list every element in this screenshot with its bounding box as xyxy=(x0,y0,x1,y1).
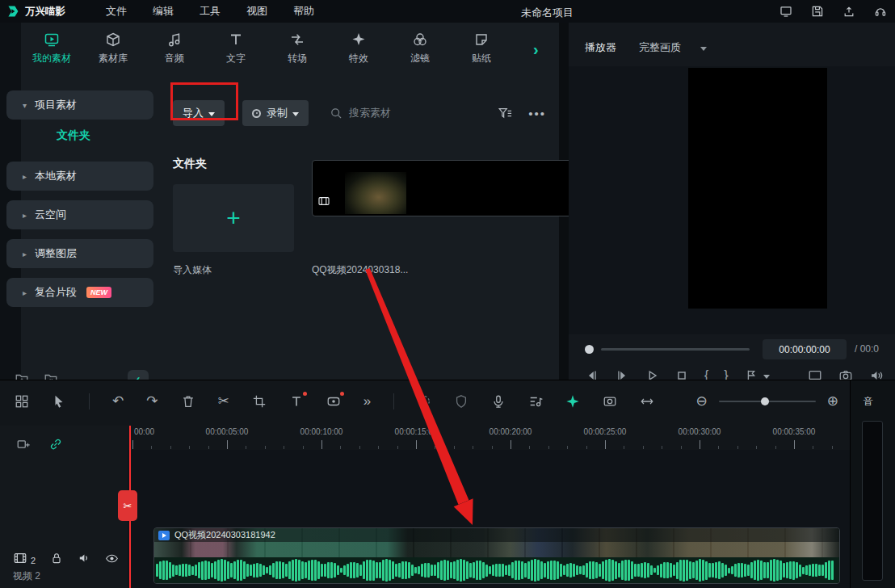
toolbar-divider xyxy=(89,393,90,410)
track-header-actions xyxy=(16,437,63,452)
audio-icon xyxy=(166,32,183,48)
tab-transitions[interactable]: 转场 xyxy=(267,23,328,74)
headset-icon[interactable] xyxy=(874,5,887,18)
menu-file[interactable]: 文件 xyxy=(106,4,127,19)
tab-stock-media[interactable]: 素材库 xyxy=(82,23,144,74)
tab-filters[interactable]: 滤镜 xyxy=(389,23,451,74)
text-tool-icon[interactable] xyxy=(289,394,304,409)
tab-my-media[interactable]: 我的素材 xyxy=(21,23,82,74)
media-toolbar-right: ••• xyxy=(498,106,546,120)
timeline-toolbar: ↶ ↷ ✂ » ⊖ ⊕ xyxy=(0,380,850,422)
media-layout-icon[interactable] xyxy=(15,394,29,409)
snapshot-camera-icon[interactable] xyxy=(838,368,853,380)
seek-knob[interactable] xyxy=(585,345,594,354)
filters-icon xyxy=(412,32,428,48)
mark-in-icon[interactable]: { xyxy=(704,368,708,380)
next-frame-icon[interactable] xyxy=(615,368,629,380)
sidebar-item-local-media[interactable]: ▸ 本地素材 xyxy=(6,162,153,191)
fit-screen-icon[interactable] xyxy=(808,368,822,380)
mark-out-icon[interactable]: } xyxy=(724,368,728,380)
clip-name-label: QQ视频2024030318... xyxy=(312,263,433,277)
menu-help[interactable]: 帮助 xyxy=(293,4,314,19)
link-icon[interactable] xyxy=(48,437,63,452)
sidebar-item-folder[interactable]: 文件夹 xyxy=(6,120,153,152)
ai-tool-icon[interactable] xyxy=(565,394,580,409)
menu-tools[interactable]: 工具 xyxy=(200,4,221,19)
lock-icon[interactable] xyxy=(50,552,63,565)
cursor-tool-icon[interactable] xyxy=(52,394,66,409)
track-header-column: 2 视频 2 xyxy=(0,426,128,588)
record-button[interactable]: 录制 xyxy=(242,100,309,126)
playhead-scissors-handle[interactable]: ✂ xyxy=(118,490,137,521)
zoom-out-icon[interactable]: ⊖ xyxy=(696,394,708,409)
menubar: 万兴喵影 文件 编辑 工具 视图 帮助 未命名项目 xyxy=(0,0,895,23)
tab-audio[interactable]: 音频 xyxy=(144,23,205,74)
tabs-more-arrow-icon[interactable]: › xyxy=(533,40,539,59)
stock-media-icon xyxy=(105,32,121,48)
seek-bar[interactable] xyxy=(601,348,750,351)
split-scissors-icon[interactable]: ✂ xyxy=(218,394,229,409)
sidebar-item-compound-clip[interactable]: ▸ 复合片段 NEW xyxy=(6,278,153,307)
ruler-label: 00:00:30:00 xyxy=(679,427,721,436)
import-button[interactable]: 导入 xyxy=(173,100,225,126)
zoom-controls: ⊖ ⊕ xyxy=(696,394,851,409)
import-media-tile[interactable]: + xyxy=(173,184,294,252)
clip-title: QQ视频20240303181942 xyxy=(174,529,275,541)
add-to-track-icon[interactable] xyxy=(16,437,31,452)
menu-edit[interactable]: 编辑 xyxy=(153,4,174,19)
redo-icon[interactable]: ↷ xyxy=(146,394,158,409)
timeline-clip[interactable]: QQ视频20240303181942 xyxy=(153,527,840,584)
collapse-arrow-icon: ▸ xyxy=(23,172,27,181)
mask-shield-icon[interactable] xyxy=(454,394,469,409)
sidebar-item-adjustment-layer[interactable]: ▸ 调整图层 xyxy=(6,239,153,268)
tab-text[interactable]: 文字 xyxy=(205,23,267,74)
zoom-slider[interactable] xyxy=(719,401,816,402)
project-title: 未命名项目 xyxy=(521,6,574,20)
more-options-icon[interactable]: ••• xyxy=(528,107,546,120)
auto-ripple-icon[interactable] xyxy=(640,394,654,409)
export-icon[interactable] xyxy=(842,5,855,18)
tab-stickers[interactable]: 贴纸 xyxy=(451,23,512,74)
delete-icon[interactable] xyxy=(181,394,195,409)
crop-icon[interactable] xyxy=(252,394,267,409)
play-icon[interactable] xyxy=(645,368,659,380)
ruler-label: 00:00 xyxy=(134,427,154,436)
sidebar-item-cloud[interactable]: ▸ 云空间 xyxy=(6,200,153,229)
film-icon xyxy=(317,195,330,208)
audio-mixer-icon[interactable] xyxy=(528,394,543,409)
undo-icon[interactable]: ↶ xyxy=(112,394,124,409)
voiceover-mic-icon[interactable] xyxy=(491,394,506,409)
track-type-icon[interactable] xyxy=(13,551,27,565)
filter-icon[interactable] xyxy=(498,106,512,120)
timeline-panel: ↶ ↷ ✂ » ⊖ ⊕ 音 00:0 xyxy=(0,380,895,588)
media-tabs: 我的素材 素材库 音频 文字 转场 特效 xyxy=(21,23,512,74)
quality-dropdown[interactable]: 完整画质 xyxy=(639,40,707,55)
tab-label: 滤镜 xyxy=(410,52,430,65)
previous-frame-icon[interactable] xyxy=(585,368,599,380)
layout-icon[interactable] xyxy=(779,5,792,18)
search-placeholder: 搜索素材 xyxy=(349,106,391,120)
tracks-area[interactable]: QQ视频20240303181942 xyxy=(128,450,850,588)
stop-icon[interactable] xyxy=(674,368,689,380)
audio-meter-panel: 音 xyxy=(850,380,895,588)
motion-tracking-icon[interactable] xyxy=(417,394,431,409)
save-icon[interactable] xyxy=(811,5,824,18)
timeline-ruler[interactable]: 00:00 00:00:05:00 00:00:10:00 00:00:15:0… xyxy=(128,426,850,450)
more-tools-icon[interactable]: » xyxy=(363,394,371,409)
mute-speaker-icon[interactable] xyxy=(78,552,90,565)
effects-icon xyxy=(351,32,367,48)
menu-view[interactable]: 视图 xyxy=(246,4,267,19)
instant-cutter-icon[interactable] xyxy=(603,394,617,409)
transition-icon xyxy=(289,32,305,48)
speaker-icon[interactable] xyxy=(869,368,884,380)
zoom-slider-knob[interactable] xyxy=(761,397,769,405)
sidebar-item-project-media[interactable]: ▾ 项目素材 xyxy=(6,90,153,120)
zoom-in-icon[interactable]: ⊕ xyxy=(827,394,838,409)
track-count-badge: 2 xyxy=(31,556,36,565)
search-input[interactable]: 搜索素材 xyxy=(330,106,391,120)
visibility-eye-icon[interactable] xyxy=(105,552,119,565)
screen-record-icon[interactable] xyxy=(326,394,341,409)
tab-effects[interactable]: 特效 xyxy=(328,23,389,74)
marker-icon[interactable] xyxy=(744,368,770,380)
app-logo: 万兴喵影 xyxy=(6,5,65,19)
